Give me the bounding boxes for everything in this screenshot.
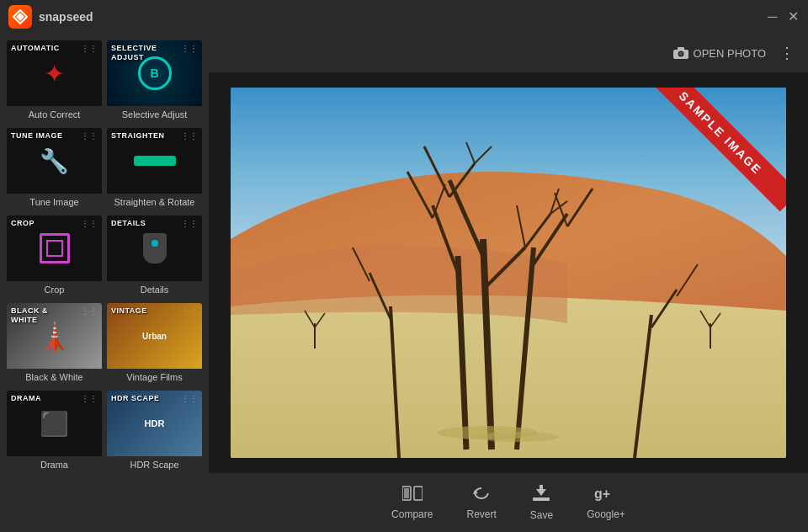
save-icon (531, 484, 551, 506)
tool-selective-adjust-label: Selective Adjust (107, 106, 202, 123)
compare-button[interactable]: Compare (391, 485, 433, 520)
tool-drama-label: Drama (7, 456, 102, 473)
scene-svg (231, 88, 786, 458)
compare-label: Compare (391, 508, 433, 520)
tool-selective-adjust-image: SELECTIVEADJUST ⋮⋮ B (107, 40, 202, 106)
revert-button[interactable]: Revert (466, 485, 496, 520)
tool-details[interactable]: DETAILS ⋮⋮ Details (107, 215, 202, 298)
tool-tune-image-image: TUNE IMAGE ⋮⋮ 🔧 (7, 128, 102, 194)
sample-image: SAMPLE IMAGE (231, 88, 786, 458)
bw-icon: 🗼 (38, 320, 72, 352)
menu-button[interactable]: ⋮ (779, 44, 795, 62)
camera-icon (673, 47, 688, 59)
title-bar-right: ─ ✕ (766, 10, 800, 24)
open-photo-label: OPEN PHOTO (694, 47, 766, 60)
tool-straighten-image: STRAIGHTEN ⋮⋮ (107, 128, 202, 194)
image-area: SAMPLE IMAGE (209, 72, 808, 473)
svg-point-33 (475, 432, 559, 442)
title-bar-left: snapseed (8, 5, 93, 29)
tool-vintage-image: VINTAGE ⋮⋮ Urban (107, 303, 202, 369)
tool-crop-image: CROP ⋮⋮ (7, 215, 102, 281)
title-bar: snapseed ─ ✕ (0, 0, 808, 34)
tool-tune-image-label: Tune Image (7, 194, 102, 210)
close-button[interactable]: ✕ (786, 10, 800, 24)
svg-rect-42 (404, 488, 409, 498)
tool-straighten[interactable]: STRAIGHTEN ⋮⋮ Straighten & Rotate (107, 128, 202, 210)
tool-drama-overlay-label: DRAMA (11, 394, 41, 403)
tool-hdr-overlay-label: HDR SCAPE (111, 394, 160, 403)
google-plus-label: Google+ (587, 508, 625, 520)
hdr-icon: HDR (145, 418, 165, 428)
tool-black-white[interactable]: BLACK &WHITE ⋮⋮ 🗼 Black & White (7, 303, 102, 386)
tool-auto-correct[interactable]: AUTOMATIC ⋮⋮ ✦ Auto Correct (7, 40, 102, 123)
tool-auto-correct-label: Auto Correct (7, 106, 102, 123)
tool-drama-image: DRAMA ⋮⋮ ⬛ (7, 391, 102, 456)
app-title: snapseed (39, 10, 93, 24)
tool-crop[interactable]: CROP ⋮⋮ Crop (7, 215, 102, 298)
tool-details-image: DETAILS ⋮⋮ (107, 215, 202, 281)
tool-auto-correct-overlay-label: AUTOMATIC (11, 44, 60, 53)
bottom-toolbar: Compare Revert (209, 473, 808, 532)
main-content: AUTOMATIC ⋮⋮ ✦ Auto Correct SELECTIVEADJ… (0, 34, 808, 532)
svg-rect-44 (533, 497, 550, 501)
tool-hdr-image: HDR SCAPE ⋮⋮ HDR (107, 391, 202, 456)
svg-rect-46 (540, 485, 543, 493)
minimize-button[interactable]: ─ (766, 10, 779, 24)
tool-hdr-label: HDR Scape (107, 456, 202, 473)
tool-details-overlay-label: DETAILS (111, 219, 146, 228)
svg-point-4 (679, 52, 683, 56)
tool-details-label: Details (107, 281, 202, 298)
tool-tune-overlay-label: TUNE IMAGE (11, 131, 63, 141)
tool-crop-overlay-label: CROP (11, 219, 35, 228)
tool-vintage-overlay-label: VINTAGE (111, 306, 147, 316)
tool-bw-overlay-label: BLACK &WHITE (11, 306, 48, 325)
tool-tune-image[interactable]: TUNE IMAGE ⋮⋮ 🔧 Tune Image (7, 128, 102, 210)
revert-label: Revert (466, 508, 496, 520)
auto-correct-icon: ✦ (44, 59, 65, 88)
top-toolbar: OPEN PHOTO ⋮ (209, 34, 808, 72)
tool-bw-label: Black & White (7, 369, 102, 386)
sidebar: AUTOMATIC ⋮⋮ ✦ Auto Correct SELECTIVEADJ… (0, 34, 209, 532)
open-photo-button[interactable]: OPEN PHOTO (673, 47, 766, 60)
tool-selective-overlay-label: SELECTIVEADJUST (111, 44, 157, 62)
save-button[interactable]: Save (530, 484, 553, 521)
tool-crop-label: Crop (7, 281, 102, 298)
google-plus-button[interactable]: g+ Google+ (587, 485, 625, 520)
tune-image-icon: 🔧 (40, 147, 69, 175)
vintage-icon: Urban (142, 332, 167, 341)
google-plus-icon: g+ (594, 485, 618, 505)
tool-bw-image: BLACK &WHITE ⋮⋮ 🗼 (7, 303, 102, 369)
tool-auto-correct-image: AUTOMATIC ⋮⋮ ✦ (7, 40, 102, 106)
details-icon (143, 233, 167, 263)
app-logo (8, 5, 32, 29)
tool-straighten-label: Straighten & Rotate (107, 194, 202, 210)
svg-rect-5 (678, 47, 684, 51)
tool-drama[interactable]: DRAMA ⋮⋮ ⬛ Drama (7, 391, 102, 473)
tool-straighten-overlay-label: STRAIGHTEN (111, 131, 165, 141)
drama-icon: ⬛ (40, 410, 69, 438)
image-container: SAMPLE IMAGE (231, 88, 786, 458)
svg-rect-41 (414, 487, 423, 500)
tool-selective-adjust[interactable]: SELECTIVEADJUST ⋮⋮ B Selective Adjust (107, 40, 202, 123)
crop-icon (40, 233, 70, 263)
straighten-icon (134, 156, 176, 166)
tool-vintage[interactable]: VINTAGE ⋮⋮ Urban Vintage Films (107, 303, 202, 386)
tool-vintage-label: Vintage Films (107, 369, 202, 386)
tool-hdr-scape[interactable]: HDR SCAPE ⋮⋮ HDR HDR Scape (107, 391, 202, 473)
compare-icon (402, 485, 423, 505)
svg-text:g+: g+ (594, 487, 610, 501)
save-label: Save (530, 509, 553, 521)
revert-icon (471, 485, 492, 505)
content-area: OPEN PHOTO ⋮ (209, 34, 808, 532)
